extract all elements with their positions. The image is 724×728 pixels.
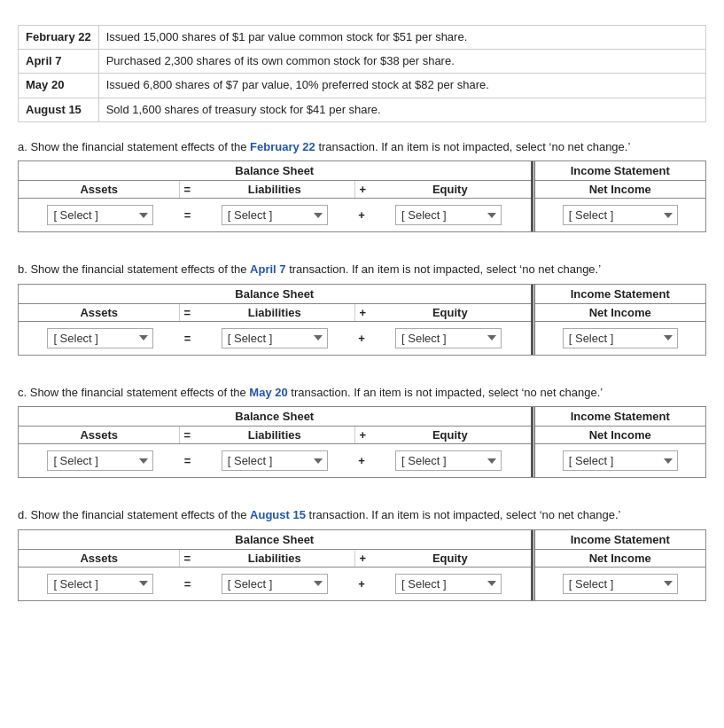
tx-date: May 20 [19,74,99,98]
ni-select-row-c: [ Select ]No net changeIncreaseDecrease [535,444,706,477]
tx-description: Purchased 2,300 shares of its own common… [98,50,705,74]
section-d: d. Show the financial statement effects … [18,506,706,601]
transaction-row: August 15 Sold 1,600 shares of treasury … [19,98,706,121]
plus-sign: + [355,181,370,198]
assets-cell-b: [ Select ]No net changeIncreaseDecrease [19,325,183,351]
tx-name-highlight: February 22 [250,140,315,153]
eq-sign: = [180,427,194,443]
income-statement-header: Income Statement [535,407,706,427]
net-income-cell-b: [ Select ]No net changeIncreaseDecrease [535,325,706,351]
eq-sign: = [180,181,194,198]
effect-table-c: Balance Sheet Assets = Liabilities + Equ… [18,406,706,478]
equity-col-header: Equity [370,304,530,321]
liabilities-select-c[interactable]: [ Select ]No net changeIncreaseDecrease [222,450,328,471]
assets-select-b[interactable]: [ Select ]No net changeIncreaseDecrease [47,328,153,348]
plus-sign-cell: + [356,575,367,593]
net-income-cell-a: [ Select ]No net changeIncreaseDecrease [535,202,706,228]
eq-sign-cell: = [183,206,193,224]
net-income-select-a[interactable]: [ Select ]No net changeIncreaseDecrease [563,205,678,225]
liabilities-cell-d: [ Select ]No net changeIncreaseDecrease [192,571,356,597]
tx-date: April 7 [19,50,99,74]
transaction-row: April 7 Purchased 2,300 shares of its ow… [19,50,706,74]
equity-col-header: Equity [370,181,530,198]
assets-cell-a: [ Select ]No net changeIncreaseDecrease [19,202,183,228]
section-a: a. Show the financial statement effects … [18,138,706,233]
tx-description: Issued 6,800 shares of $7 par value, 10%… [98,74,705,98]
equity-col-header: Equity [370,550,530,567]
balance-sheet-col-headers: Assets = Liabilities + Equity [19,304,531,322]
liabilities-cell-c: [ Select ]No net changeIncreaseDecrease [192,448,356,474]
net-income-select-b[interactable]: [ Select ]No net changeIncreaseDecrease [563,328,678,348]
equity-select-c[interactable]: [ Select ]No net changeIncreaseDecrease [395,450,502,471]
net-income-label: Net Income [535,427,706,443]
assets-col-header: Assets [19,181,180,198]
effect-table-a: Balance Sheet Assets = Liabilities + Equ… [18,160,706,232]
balance-sheet-header: Balance Sheet [19,285,531,304]
net-income-cell-d: [ Select ]No net changeIncreaseDecrease [535,571,706,597]
liabilities-col-header: Liabilities [194,304,355,321]
plus-sign: + [355,304,370,321]
equity-select-b[interactable]: [ Select ]No net changeIncreaseDecrease [395,328,502,348]
assets-select-d[interactable]: [ Select ]No net changeIncreaseDecrease [47,574,153,594]
ni-select-row-a: [ Select ]No net changeIncreaseDecrease [535,199,706,231]
equity-cell-d: [ Select ]No net changeIncreaseDecrease [367,571,531,597]
ni-select-row-b: [ Select ]No net changeIncreaseDecrease [535,322,706,355]
net-income-col-header: Net Income [535,427,706,444]
net-income-col-header: Net Income [535,181,706,199]
equity-cell-a: [ Select ]No net changeIncreaseDecrease [367,202,531,228]
section-b: b. Show the financial statement effects … [18,261,706,356]
balance-sheet-col-headers: Assets = Liabilities + Equity [19,550,531,568]
section-a-label: a. Show the financial statement effects … [18,138,706,156]
effect-table-b: Balance Sheet Assets = Liabilities + Equ… [18,284,706,356]
net-income-label: Net Income [535,550,706,567]
income-statement-header: Income Statement [535,161,706,181]
effect-table-d: Balance Sheet Assets = Liabilities + Equ… [18,529,706,601]
income-statement-header: Income Statement [535,530,706,550]
section-c-label: c. Show the financial statement effects … [18,384,706,402]
select-row-b: [ Select ]No net changeIncreaseDecrease=… [19,322,531,355]
equity-select-d[interactable]: [ Select ]No net changeIncreaseDecrease [395,574,502,594]
equity-cell-c: [ Select ]No net changeIncreaseDecrease [367,448,531,474]
net-income-col-header: Net Income [535,304,706,322]
balance-sheet-header: Balance Sheet [19,530,531,550]
section-d-label: d. Show the financial statement effects … [18,506,706,524]
liabilities-cell-b: [ Select ]No net changeIncreaseDecrease [192,325,356,351]
section-b-label: b. Show the financial statement effects … [18,261,706,278]
assets-select-c[interactable]: [ Select ]No net changeIncreaseDecrease [47,450,153,471]
select-row-a: [ Select ]No net changeIncreaseDecrease=… [19,199,531,231]
eq-sign-cell: = [183,329,193,348]
assets-col-header: Assets [19,550,180,567]
eq-sign: = [180,550,194,567]
tx-description: Issued 15,000 shares of $1 par value com… [98,26,705,50]
plus-sign: + [355,427,370,443]
net-income-label: Net Income [535,181,706,198]
income-statement-header: Income Statement [535,285,706,304]
plus-sign-cell: + [356,451,367,470]
net-income-cell-c: [ Select ]No net changeIncreaseDecrease [535,448,706,474]
liabilities-select-a[interactable]: [ Select ]No net changeIncreaseDecrease [222,205,328,225]
assets-col-header: Assets [19,427,180,443]
transaction-row: May 20 Issued 6,800 shares of $7 par val… [19,74,706,98]
liabilities-col-header: Liabilities [194,427,355,443]
assets-select-a[interactable]: [ Select ]No net changeIncreaseDecrease [47,205,153,225]
equity-select-a[interactable]: [ Select ]No net changeIncreaseDecrease [395,205,502,225]
balance-sheet-header: Balance Sheet [19,161,531,181]
liabilities-select-b[interactable]: [ Select ]No net changeIncreaseDecrease [222,328,328,348]
liabilities-col-header: Liabilities [194,550,355,567]
select-row-c: [ Select ]No net changeIncreaseDecrease=… [19,444,531,477]
tx-name-highlight: April 7 [250,262,285,276]
net-income-select-c[interactable]: [ Select ]No net changeIncreaseDecrease [563,450,678,471]
transactions-table: February 22 Issued 15,000 shares of $1 p… [18,25,706,122]
plus-sign: + [355,550,370,567]
eq-sign: = [180,304,194,321]
eq-sign-cell: = [183,451,193,470]
net-income-select-d[interactable]: [ Select ]No net changeIncreaseDecrease [563,574,678,594]
tx-description: Sold 1,600 shares of treasury stock for … [98,98,705,121]
equity-col-header: Equity [370,427,530,443]
liabilities-col-header: Liabilities [194,181,355,198]
section-c: c. Show the financial statement effects … [18,384,706,479]
liabilities-select-d[interactable]: [ Select ]No net changeIncreaseDecrease [222,574,328,594]
plus-sign-cell: + [356,206,367,224]
transaction-row: February 22 Issued 15,000 shares of $1 p… [19,26,706,50]
equity-cell-b: [ Select ]No net changeIncreaseDecrease [367,325,531,351]
